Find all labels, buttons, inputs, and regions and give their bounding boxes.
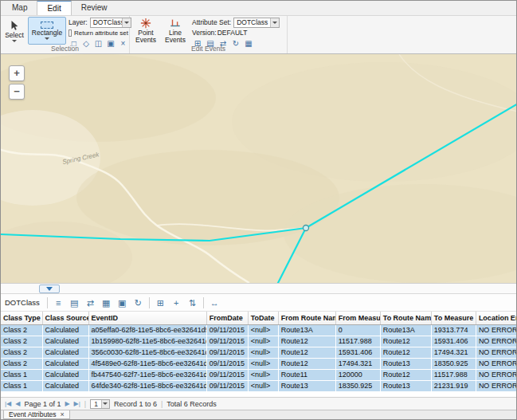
collapse-panel-button[interactable]: [39, 285, 60, 293]
return-attribute-set-checkbox[interactable]: [69, 29, 72, 37]
table-row[interactable]: Class 1Calculated64fde340-62f8-11e5-8bc6…: [1, 380, 517, 391]
table-row[interactable]: Class 1Calculatedfb447540-62f7-11e5-8bc6…: [1, 369, 517, 380]
tab-map[interactable]: Map: [2, 0, 37, 15]
table-cell[interactable]: <null>: [248, 380, 278, 391]
switch-selection-icon[interactable]: ⇄: [84, 296, 97, 309]
table-cell[interactable]: Route13: [380, 380, 431, 391]
table-cell[interactable]: Calculated: [42, 324, 88, 336]
column-header[interactable]: EventID: [88, 312, 206, 324]
line-events-button[interactable]: Line Events: [162, 17, 189, 45]
attribute-set-dropdown[interactable]: DOTClass: [233, 18, 280, 28]
table-cell[interactable]: <null>: [248, 336, 278, 347]
table-cell[interactable]: Route12: [380, 336, 431, 347]
record-number-input[interactable]: 1: [90, 399, 110, 409]
first-page-button[interactable]: |◀: [5, 398, 11, 410]
table-view-icon[interactable]: ▤: [68, 296, 81, 309]
column-header[interactable]: ToDate: [248, 312, 278, 324]
table-cell[interactable]: a05effa0-62f8-11e5-8bc6-ee32641d5ec9: [88, 324, 206, 336]
column-header[interactable]: To Measure: [431, 312, 476, 324]
add-record-icon[interactable]: +: [170, 296, 183, 309]
table-cell[interactable]: <null>: [248, 324, 278, 336]
table-cell[interactable]: 15931.406: [335, 347, 380, 358]
column-header[interactable]: Location Error: [476, 312, 517, 324]
table-cell[interactable]: 11517.988: [431, 369, 476, 380]
table-cell[interactable]: Class 1: [1, 369, 42, 380]
next-page-button[interactable]: ▶: [65, 398, 69, 410]
table-cell[interactable]: Route13A: [380, 324, 431, 336]
column-header[interactable]: From Measure: [335, 312, 380, 324]
column-header[interactable]: Class Source: [42, 312, 88, 324]
table-cell[interactable]: 09/11/2015: [206, 336, 248, 347]
save-icon[interactable]: ▣: [116, 296, 129, 309]
table-cell[interactable]: Route12: [278, 358, 335, 369]
layer-dropdown[interactable]: DOTClass: [90, 18, 131, 28]
table-cell[interactable]: NO ERROR: [476, 380, 517, 391]
table-cell[interactable]: 18350.925: [335, 380, 380, 391]
table-cell[interactable]: 356c0030-62f8-11e5-8bc6-ee32641d5ec9: [88, 347, 206, 358]
table-cell[interactable]: 09/11/2015: [206, 369, 248, 380]
table-cell[interactable]: Class 2: [1, 324, 42, 336]
table-cell[interactable]: 09/11/2015: [206, 358, 248, 369]
zoom-out-button[interactable]: −: [9, 84, 25, 100]
table-cell[interactable]: Class 2: [1, 336, 42, 347]
fields-icon[interactable]: ▦: [100, 296, 113, 309]
table-cell[interactable]: Class 1: [1, 380, 42, 391]
sort-icon[interactable]: ⇅: [186, 296, 199, 309]
table-cell[interactable]: Calculated: [42, 336, 88, 347]
table-cell[interactable]: NO ERROR: [476, 336, 517, 347]
table-cell[interactable]: fb447540-62f7-11e5-8bc6-ee32641d5ec9: [88, 369, 206, 380]
column-header[interactable]: FromDate: [206, 312, 248, 324]
table-cell[interactable]: 21231.919: [431, 380, 476, 391]
table-cell[interactable]: Route11: [278, 369, 335, 380]
table-cell[interactable]: Calculated: [42, 347, 88, 358]
table-cell[interactable]: 09/11/2015: [206, 380, 248, 391]
table-cell[interactable]: Class 2: [1, 358, 42, 369]
table-row[interactable]: Class 2Calculated356c0030-62f8-11e5-8bc6…: [1, 347, 517, 358]
table-row[interactable]: Class 2Calculated1b159980-62f8-11e5-8bc6…: [1, 336, 517, 347]
table-cell[interactable]: NO ERROR: [476, 358, 517, 369]
table-cell[interactable]: 120000: [335, 369, 380, 380]
table-cell[interactable]: Calculated: [42, 380, 88, 391]
map-view[interactable]: Spring Creek + −: [1, 54, 517, 283]
table-cell[interactable]: Route12: [278, 336, 335, 347]
zoom-to-selection-icon[interactable]: ↔: [208, 296, 221, 309]
table-cell[interactable]: Route12: [278, 347, 335, 358]
zoom-in-button[interactable]: +: [9, 65, 25, 81]
refresh-icon[interactable]: ↻: [131, 296, 145, 309]
column-header[interactable]: Class Type: [1, 312, 42, 324]
table-cell[interactable]: 18350.925: [431, 358, 476, 369]
table-cell[interactable]: Class 2: [1, 347, 42, 358]
table-cell[interactable]: <null>: [248, 358, 278, 369]
table-cell[interactable]: Calculated: [42, 369, 88, 380]
column-header[interactable]: To Route Name: [380, 312, 431, 324]
tab-event-attributes[interactable]: Event Attributes ×: [3, 410, 70, 419]
export-icon[interactable]: ⊞: [154, 296, 167, 309]
table-cell[interactable]: <null>: [248, 369, 278, 380]
table-cell[interactable]: 64fde340-62f8-11e5-8bc6-ee32641d5ec9: [88, 380, 206, 391]
table-cell[interactable]: 17494.321: [335, 358, 380, 369]
table-cell[interactable]: 19313.774: [431, 324, 476, 336]
table-cell[interactable]: NO ERROR: [476, 369, 517, 380]
table-cell[interactable]: 11517.988: [335, 336, 380, 347]
table-cell[interactable]: Route13A: [278, 324, 335, 336]
point-events-button[interactable]: Point Events: [132, 17, 159, 45]
route-junction-marker[interactable]: [304, 226, 309, 231]
table-row[interactable]: Class 2Calculateda05effa0-62f8-11e5-8bc6…: [1, 324, 517, 336]
table-cell[interactable]: 4f5489e0-62f8-11e5-8bc6-ee32641d5ec9: [88, 358, 206, 369]
table-cell[interactable]: NO ERROR: [476, 324, 517, 336]
table-cell[interactable]: 09/11/2015: [206, 324, 248, 336]
table-cell[interactable]: Route13: [278, 380, 335, 391]
table-cell[interactable]: 0: [335, 324, 380, 336]
table-cell[interactable]: 09/11/2015: [206, 347, 248, 358]
rectangle-tool-button[interactable]: Rectangle: [28, 17, 66, 45]
tab-edit[interactable]: Edit: [37, 0, 71, 15]
table-cell[interactable]: <null>: [248, 347, 278, 358]
panel-options-icon[interactable]: ≡: [52, 296, 65, 309]
table-cell[interactable]: 15931.406: [431, 336, 476, 347]
tab-review[interactable]: Review: [72, 0, 117, 15]
table-row[interactable]: Class 2Calculated4f5489e0-62f8-11e5-8bc6…: [1, 358, 517, 369]
table-cell[interactable]: Route12: [380, 369, 431, 380]
table-cell[interactable]: 17494.321: [431, 347, 476, 358]
column-header[interactable]: From Route Name: [278, 312, 335, 324]
table-cell[interactable]: NO ERROR: [476, 347, 517, 358]
